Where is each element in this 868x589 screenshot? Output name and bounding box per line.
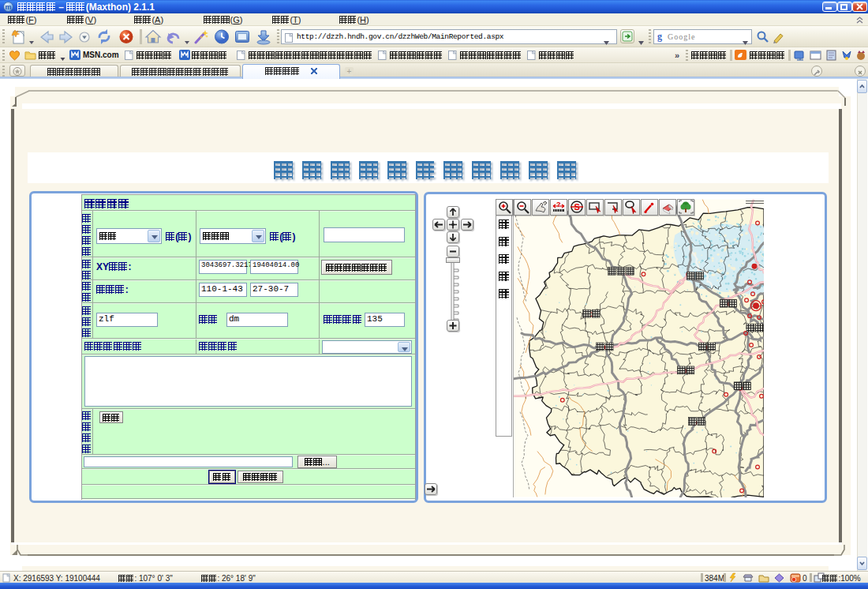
svg-text:?: ? [556,201,561,208]
